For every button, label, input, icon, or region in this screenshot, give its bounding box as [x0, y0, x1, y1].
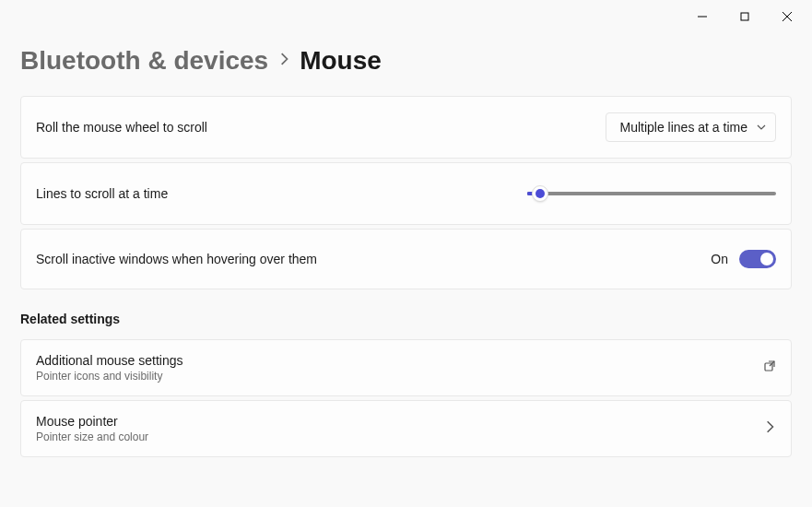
maximize-icon [740, 12, 749, 21]
minimize-icon [698, 12, 707, 21]
link-title: Mouse pointer [36, 414, 148, 429]
breadcrumb-parent[interactable]: Bluetooth & devices [20, 46, 268, 76]
slider-track [527, 192, 776, 195]
toggle-knob [760, 253, 773, 265]
chevron-right-icon [763, 420, 776, 437]
scroll-mode-dropdown[interactable]: Multiple lines at a time [606, 112, 776, 142]
external-link-icon [763, 360, 776, 376]
svg-rect-1 [741, 13, 748, 20]
related-settings-heading: Related settings [20, 312, 792, 326]
scroll-inactive-label: Scroll inactive windows when hovering ov… [36, 252, 317, 266]
scroll-mode-label: Roll the mouse wheel to scroll [36, 120, 207, 135]
lines-to-scroll-label: Lines to scroll at a time [36, 186, 168, 201]
link-text-group: Mouse pointer Pointer size and colour [36, 414, 148, 443]
toggle-state-text: On [711, 252, 728, 266]
close-button[interactable] [766, 7, 808, 26]
toggle-wrap: On [711, 250, 776, 268]
minimize-button[interactable] [681, 7, 724, 26]
close-icon [783, 12, 792, 21]
link-subtitle: Pointer size and colour [36, 430, 148, 443]
link-text-group: Additional mouse settings Pointer icons … [36, 353, 183, 383]
scroll-inactive-toggle[interactable] [739, 250, 776, 268]
lines-to-scroll-row: Lines to scroll at a time [20, 162, 792, 225]
scroll-mode-value: Multiple lines at a time [619, 120, 747, 135]
link-title: Additional mouse settings [36, 353, 183, 368]
slider-thumb[interactable] [532, 185, 548, 202]
page-title: Mouse [300, 46, 382, 76]
mouse-pointer-link[interactable]: Mouse pointer Pointer size and colour [20, 400, 792, 457]
scroll-inactive-row: Scroll inactive windows when hovering ov… [20, 229, 792, 289]
chevron-down-icon [757, 123, 766, 132]
maximize-button[interactable] [724, 7, 766, 26]
link-subtitle: Pointer icons and visibility [36, 370, 183, 383]
scroll-mode-row: Roll the mouse wheel to scroll Multiple … [20, 96, 792, 159]
chevron-right-icon [279, 53, 288, 69]
window-controls [0, 0, 812, 28]
breadcrumb: Bluetooth & devices Mouse [20, 46, 792, 76]
additional-mouse-settings-link[interactable]: Additional mouse settings Pointer icons … [20, 339, 792, 396]
main-content: Bluetooth & devices Mouse Roll the mouse… [0, 28, 812, 457]
lines-to-scroll-slider[interactable] [527, 184, 776, 203]
